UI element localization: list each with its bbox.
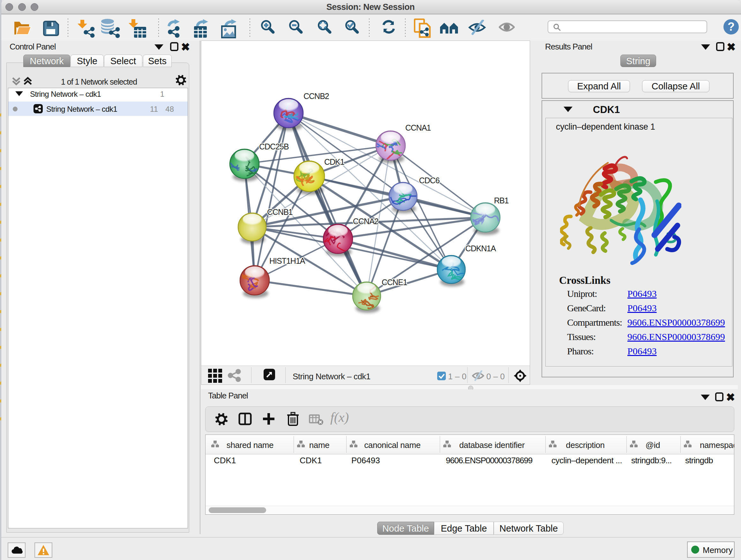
svg-text:HIST1H1A: HIST1H1A (269, 256, 306, 265)
svg-text:RB1: RB1 (494, 196, 509, 205)
svg-text:CCNA2: CCNA2 (353, 217, 379, 226)
svg-text:CDK1: CDK1 (324, 158, 344, 166)
svg-text:CDKN1A: CDKN1A (465, 244, 496, 253)
svg-text:CCNB1: CCNB1 (267, 207, 293, 216)
svg-text:CCNB2: CCNB2 (304, 91, 329, 101)
svg-text:CDC6: CDC6 (419, 176, 440, 185)
svg-text:CCNE1: CCNE1 (382, 278, 407, 287)
svg-text:CDC25B: CDC25B (259, 142, 289, 151)
svg-text:CCNA1: CCNA1 (405, 123, 431, 132)
